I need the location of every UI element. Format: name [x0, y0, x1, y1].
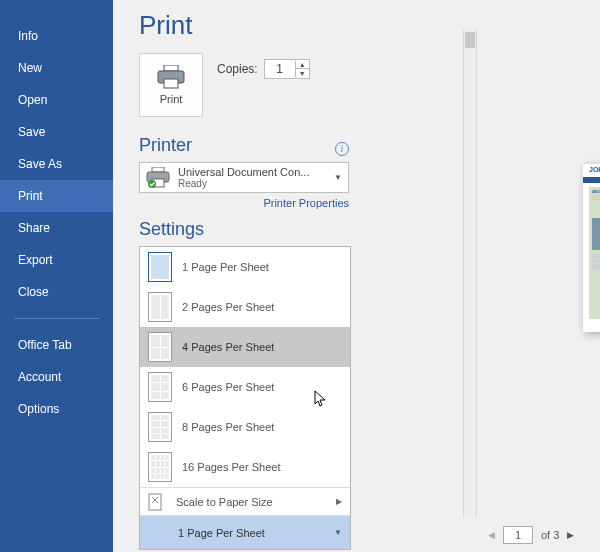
- copies-value: 1: [265, 60, 295, 78]
- option-6-pages[interactable]: 6 Pages Per Sheet: [140, 367, 350, 407]
- option-16-pages[interactable]: 16 Pages Per Sheet: [140, 447, 350, 487]
- nav-save[interactable]: Save: [0, 116, 113, 148]
- chevron-down-icon: ▼: [334, 173, 342, 182]
- option-8-pages[interactable]: 8 Pages Per Sheet: [140, 407, 350, 447]
- copies-label: Copies:: [217, 62, 258, 76]
- scale-icon: [148, 493, 166, 511]
- option-label: 6 Pages Per Sheet: [182, 381, 274, 393]
- nav-account[interactable]: Account: [0, 361, 113, 393]
- prev-page-button[interactable]: ◀: [488, 530, 495, 540]
- option-label: 16 Pages Per Sheet: [182, 461, 280, 473]
- page-total-label: of 3: [541, 529, 559, 541]
- option-1-page[interactable]: 1 Page Per Sheet: [140, 247, 350, 287]
- svg-point-7: [148, 180, 156, 188]
- printer-name: Universal Document Con...: [178, 166, 328, 178]
- nav-export[interactable]: Export: [0, 244, 113, 276]
- option-label: 4 Pages Per Sheet: [182, 341, 274, 353]
- printer-status: Ready: [178, 178, 328, 189]
- backstage-nav: Info New Open Save Save As Print Share E…: [0, 0, 113, 552]
- print-panel: Print Print Copies: 1 ▲ ▼: [113, 0, 600, 552]
- copies-field: Copies: 1 ▲ ▼: [217, 59, 310, 79]
- printer-properties-link[interactable]: Printer Properties: [139, 197, 349, 209]
- page-number-input[interactable]: 1: [503, 526, 533, 544]
- nav-office-tab[interactable]: Office Tab: [0, 329, 113, 361]
- print-preview: JOHN SMITH ABOUT ME EXPERIENCE: [485, 30, 600, 518]
- scrollbar-thumb[interactable]: [465, 32, 475, 48]
- next-page-button[interactable]: ▶: [567, 530, 574, 540]
- page-navigator: ◀ 1 of 3 ▶: [478, 526, 600, 544]
- nav-close[interactable]: Close: [0, 276, 113, 308]
- option-label: 2 Pages Per Sheet: [182, 301, 274, 313]
- option-label: 1 Page Per Sheet: [182, 261, 269, 273]
- printer-heading: Printer: [139, 135, 192, 156]
- pages-per-sheet-selected[interactable]: 1 Page Per Sheet ▼: [140, 515, 350, 549]
- scale-to-paper-size[interactable]: Scale to Paper Size ▶: [140, 487, 350, 515]
- svg-rect-8: [149, 494, 161, 510]
- preview-scrollbar[interactable]: [463, 30, 477, 518]
- printer-icon: [156, 65, 186, 89]
- nav-options[interactable]: Options: [0, 393, 113, 425]
- print-button-label: Print: [160, 93, 183, 105]
- document-preview-page: JOHN SMITH ABOUT ME EXPERIENCE: [583, 164, 600, 332]
- preview-name-first: JOHN: [589, 166, 600, 173]
- preview-about-label: ABOUT ME: [592, 190, 600, 194]
- nav-new[interactable]: New: [0, 52, 113, 84]
- submenu-arrow-icon: ▶: [336, 497, 342, 506]
- svg-rect-0: [164, 65, 178, 71]
- printer-ready-icon: [146, 167, 172, 189]
- copies-up-icon[interactable]: ▲: [295, 61, 309, 69]
- option-4-pages[interactable]: 4 Pages Per Sheet: [140, 327, 350, 367]
- nav-share[interactable]: Share: [0, 212, 113, 244]
- nav-save-as[interactable]: Save As: [0, 148, 113, 180]
- option-2-pages[interactable]: 2 Pages Per Sheet: [140, 287, 350, 327]
- scale-label: Scale to Paper Size: [176, 496, 273, 508]
- printer-selector[interactable]: Universal Document Con... Ready ▼: [139, 162, 349, 193]
- copies-down-icon[interactable]: ▼: [295, 69, 309, 77]
- svg-rect-4: [152, 167, 164, 172]
- nav-divider: [14, 318, 99, 319]
- pages-per-sheet-dropdown: 1 Page Per Sheet 2 Pages Per Sheet 4 Pag…: [139, 246, 351, 550]
- nav-print[interactable]: Print: [0, 180, 113, 212]
- svg-rect-2: [164, 79, 178, 88]
- info-icon[interactable]: i: [335, 142, 349, 156]
- copies-stepper[interactable]: 1 ▲ ▼: [264, 59, 310, 79]
- nav-open[interactable]: Open: [0, 84, 113, 116]
- selected-label: 1 Page Per Sheet: [178, 527, 265, 539]
- svg-point-3: [179, 73, 181, 75]
- chevron-down-icon: ▼: [334, 528, 342, 537]
- option-label: 8 Pages Per Sheet: [182, 421, 274, 433]
- print-button[interactable]: Print: [139, 53, 203, 117]
- nav-info[interactable]: Info: [0, 20, 113, 52]
